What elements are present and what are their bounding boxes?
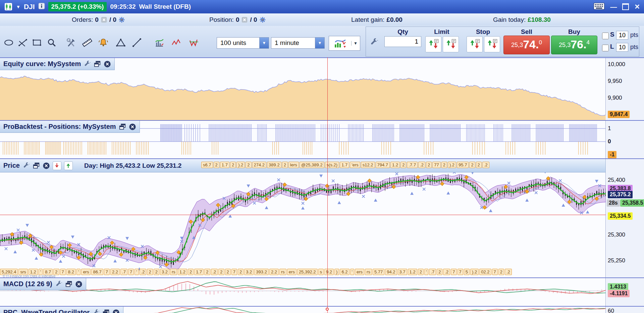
stop-loss-label: S (610, 31, 614, 38)
trade-labels-strip-bottom: 5,292.4srs1.2'8.7278.2'ers86.772.2.77'.2… (0, 269, 606, 276)
price-panel-title: Price (3, 162, 20, 169)
trade-label: .7.7 (407, 162, 418, 168)
trade-label: 2.2 (269, 269, 279, 275)
wavetrend-restore-icon[interactable] (102, 309, 110, 313)
sell-button[interactable]: 25,3 74. 0 (503, 36, 550, 54)
timeframe-dropdown-caret-icon[interactable]: ▼ (315, 38, 324, 48)
limit-profit-pts-input[interactable] (616, 43, 628, 52)
macd-plot-area[interactable] (0, 278, 606, 306)
units-dropdown[interactable]: 100 units ▼ (217, 37, 269, 49)
trade-label: 3.7 (398, 269, 407, 275)
macd-settings-wrench-icon[interactable] (55, 280, 62, 288)
chart-style-button[interactable]: ▼ (329, 36, 360, 51)
order-level-label-green[interactable]: 25,358.5 (620, 199, 644, 207)
wavetrend-panel-header: PRC_WaveTrend Oscillator (0, 307, 123, 313)
equity-last-value-label: 9,847.4 (608, 111, 630, 118)
triangle-tool-button[interactable] (114, 36, 127, 49)
alerts-bell-button[interactable] (97, 36, 110, 49)
trade-label: ).2 (236, 162, 245, 168)
sell-price-decimal: 0 (539, 39, 542, 46)
line-tool-button[interactable] (16, 36, 30, 49)
qty-input[interactable] (384, 36, 421, 47)
zoom-tool-button[interactable] (45, 36, 58, 49)
latent-gain-value: £0.00 (386, 16, 402, 23)
price-close-icon[interactable] (43, 162, 50, 169)
orders-group: Orders: 0 / 0 (72, 13, 125, 26)
price-settings-wrench-icon[interactable] (22, 162, 30, 169)
buy-button[interactable]: 25,3 76. 4 (551, 36, 597, 54)
trade-label: 2 (204, 269, 210, 275)
gain-today-group: Gain today: £108.30 (493, 13, 551, 26)
ruler-tool-button[interactable] (80, 36, 94, 49)
order-level-label-yellow[interactable]: 25,334.5 (608, 212, 633, 220)
pattern-tool-button[interactable] (187, 36, 201, 49)
macd-panel-header: MACD (12 26 9) (0, 278, 86, 290)
sell-price-main: 74. (523, 39, 539, 50)
stop-loss-checkbox[interactable] (602, 33, 609, 39)
equity-settings-wrench-icon[interactable] (84, 60, 91, 68)
instrument-dropdown-caret-icon[interactable]: ▼ (16, 4, 20, 9)
equity-axis: 10,0009,9509,9009,847.4 (606, 58, 644, 120)
instrument-logo-icon[interactable] (4, 2, 13, 11)
units-dropdown-caret-icon[interactable]: ▼ (259, 38, 269, 48)
macd-restore-icon[interactable] (65, 280, 72, 288)
tools-button[interactable] (64, 36, 78, 49)
position-label: Position: (209, 16, 234, 23)
wavetrend-settings-wrench-icon[interactable] (92, 309, 100, 313)
price-chart-svg[interactable] (0, 159, 606, 277)
cancel-orders-icon[interactable] (101, 16, 107, 23)
equity-restore-icon[interactable] (94, 60, 101, 68)
order-settings-wrench-button[interactable] (367, 36, 381, 49)
positions-close-icon[interactable] (129, 123, 136, 131)
trade-label: 2 (400, 162, 406, 168)
info-icon[interactable] (38, 3, 45, 11)
close-window-button[interactable]: ✕ (634, 3, 640, 10)
positions-axis-label: 1 (608, 125, 611, 132)
trendline-tool-button[interactable] (130, 36, 144, 49)
trade-label: 2 (154, 269, 159, 275)
buy-stop-order-button[interactable] (467, 36, 483, 52)
sell-stop-order-button[interactable] (484, 36, 500, 52)
price-axis: 25,40025,383.825,375.228s25,358.525,334.… (606, 159, 644, 277)
quick-buy-arrow-button[interactable] (64, 161, 73, 170)
zigzag-tool-button[interactable] (169, 36, 183, 49)
keyboard-shortcuts-icon[interactable] (593, 3, 605, 11)
ellipse-tool-button[interactable] (2, 36, 15, 49)
stop-loss-pts-input[interactable] (616, 31, 628, 40)
trade-label: 1.7 (220, 162, 229, 168)
macd-chart-svg[interactable] (0, 278, 606, 306)
trade-label: 25,392.2 (297, 269, 318, 275)
crosshair-marker-dot (326, 308, 329, 311)
wavetrend-panel: 60 PRC_WaveTrend Oscillator (0, 306, 644, 313)
buy-limit-order-button[interactable] (425, 36, 441, 52)
orders-settings-gear-icon[interactable] (118, 16, 125, 23)
positions-panel-title: ProBacktest - Positions: MySystem (3, 123, 116, 131)
chart-style-caret-icon[interactable]: ▼ (351, 41, 360, 46)
trade-label: 2 (498, 269, 504, 275)
trade-label: 2 (282, 162, 288, 168)
trade-label: ' (76, 269, 80, 275)
minimize-button[interactable]: — (610, 3, 617, 10)
equity-close-icon[interactable] (104, 60, 111, 68)
wavetrend-close-icon[interactable] (112, 309, 120, 313)
quick-sell-arrow-button[interactable] (53, 161, 61, 170)
trade-label: rs (170, 269, 177, 275)
position-count: 0 (236, 16, 239, 23)
trade-label: ).2 (448, 162, 456, 168)
positions-restore-icon[interactable] (119, 123, 126, 131)
close-position-icon[interactable] (241, 16, 248, 23)
trade-label: 5.77 (373, 269, 384, 275)
price-plot-area[interactable] (0, 159, 606, 277)
restore-window-button[interactable] (622, 3, 629, 10)
rectangle-tool-button[interactable] (30, 36, 44, 49)
limit-profit-checkbox[interactable] (602, 45, 609, 51)
trade-label: .2 (140, 269, 147, 275)
position-settings-gear-icon[interactable] (259, 16, 266, 23)
price-restore-icon[interactable] (33, 162, 40, 169)
sell-limit-order-button[interactable] (443, 36, 459, 52)
macd-close-icon[interactable] (75, 280, 83, 288)
trade-label: .2 (505, 269, 512, 275)
indicators-button[interactable] (153, 36, 166, 49)
trade-label: .2 (443, 269, 450, 275)
timeframe-dropdown[interactable]: 1 minute ▼ (271, 37, 325, 49)
